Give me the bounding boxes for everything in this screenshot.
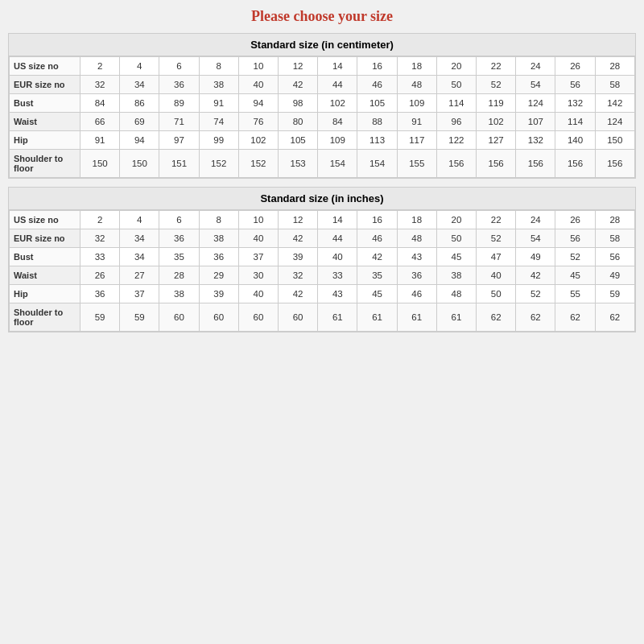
- table-cell: 47: [477, 248, 516, 266]
- table-cell: 36: [397, 266, 436, 285]
- table-cell: 150: [80, 150, 120, 178]
- table-cell: 48: [436, 285, 476, 303]
- table-cell: 44: [318, 229, 357, 248]
- table-cell: 34: [120, 248, 159, 266]
- table-row: Hip3637383940424345464850525559: [10, 285, 635, 303]
- table-cell: 12: [279, 211, 318, 229]
- table-row: Shoulder to floor59596060606061616161626…: [10, 303, 635, 332]
- table-cell: 62: [555, 303, 595, 332]
- table-cell: 42: [516, 266, 555, 285]
- table-cell: 55: [555, 285, 595, 303]
- table-cell: 113: [357, 131, 397, 150]
- table-cell: 39: [279, 248, 318, 266]
- table-cell: 34: [120, 229, 159, 248]
- row-label: US size no: [10, 211, 80, 229]
- table-cell: 37: [120, 285, 159, 303]
- table-cell: 43: [318, 285, 357, 303]
- table-cell: 8: [199, 57, 238, 76]
- table-cell: 84: [318, 113, 357, 131]
- table-cell: 124: [595, 113, 634, 131]
- table-row: US size no246810121416182022242628: [10, 57, 635, 76]
- row-label: EUR size no: [10, 229, 80, 248]
- table-cell: 114: [436, 94, 476, 113]
- table-cell: 52: [516, 285, 555, 303]
- table-cell: 102: [238, 131, 278, 150]
- table-cell: 86: [120, 94, 159, 113]
- table-row: Hip9194979910210510911311712212713214015…: [10, 131, 635, 150]
- table-cell: 12: [279, 57, 318, 76]
- table-cell: 26: [555, 211, 595, 229]
- table-cell: 156: [555, 150, 595, 178]
- table-cell: 36: [80, 285, 120, 303]
- table-row: Waist2627282930323335363840424549: [10, 266, 635, 285]
- table-cell: 156: [436, 150, 476, 178]
- table-cell: 18: [397, 57, 436, 76]
- table-cell: 150: [595, 131, 634, 150]
- table-cell: 40: [477, 266, 516, 285]
- table-cell: 29: [199, 266, 238, 285]
- table-cell: 60: [238, 303, 278, 332]
- table-cell: 156: [516, 150, 555, 178]
- table-cell: 153: [279, 150, 318, 178]
- table-cell: 60: [279, 303, 318, 332]
- table-cell: 35: [159, 248, 199, 266]
- table-cell: 40: [238, 76, 278, 94]
- table-cell: 39: [199, 285, 238, 303]
- table-cell: 66: [80, 113, 120, 131]
- table-cell: 4: [120, 57, 159, 76]
- table-cell: 156: [595, 150, 634, 178]
- table-cell: 18: [397, 211, 436, 229]
- table-cell: 59: [80, 303, 120, 332]
- table-cell: 61: [436, 303, 476, 332]
- table-cell: 2: [80, 57, 120, 76]
- table-cell: 42: [279, 229, 318, 248]
- table-cell: 45: [436, 248, 476, 266]
- table-cell: 99: [199, 131, 238, 150]
- table-cell: 91: [199, 94, 238, 113]
- table-cell: 34: [120, 76, 159, 94]
- row-label: Bust: [10, 94, 80, 113]
- table-cell: 151: [159, 150, 199, 178]
- table-cell: 122: [436, 131, 476, 150]
- table-cell: 56: [595, 248, 634, 266]
- table-cell: 91: [397, 113, 436, 131]
- table-cell: 105: [279, 131, 318, 150]
- table-cell: 88: [357, 113, 397, 131]
- table-cell: 35: [357, 266, 397, 285]
- row-label: Waist: [10, 266, 80, 285]
- table-cell: 27: [120, 266, 159, 285]
- table-cell: 45: [555, 266, 595, 285]
- table-cell: 40: [238, 285, 278, 303]
- row-label: Hip: [10, 131, 80, 150]
- inch-section-title: Standard size (in inches): [9, 188, 635, 210]
- table-cell: 6: [159, 57, 199, 76]
- cm-table-section: Standard size (in centimeter) US size no…: [8, 33, 636, 179]
- table-row: Bust3334353637394042434547495256: [10, 248, 635, 266]
- table-cell: 56: [555, 229, 595, 248]
- table-cell: 33: [318, 266, 357, 285]
- table-cell: 14: [318, 57, 357, 76]
- table-cell: 84: [80, 94, 120, 113]
- table-cell: 46: [357, 229, 397, 248]
- table-cell: 52: [477, 229, 516, 248]
- table-cell: 49: [516, 248, 555, 266]
- table-cell: 38: [159, 285, 199, 303]
- table-cell: 107: [516, 113, 555, 131]
- table-cell: 16: [357, 211, 397, 229]
- row-label: Hip: [10, 285, 80, 303]
- row-label: Shoulder to floor: [10, 150, 80, 178]
- table-cell: 132: [516, 131, 555, 150]
- table-cell: 50: [436, 229, 476, 248]
- inch-table-section: Standard size (in inches) US size no2468…: [8, 187, 636, 332]
- table-cell: 10: [238, 57, 278, 76]
- table-cell: 28: [595, 211, 634, 229]
- table-cell: 102: [318, 94, 357, 113]
- table-cell: 8: [199, 211, 238, 229]
- table-cell: 109: [397, 94, 436, 113]
- table-cell: 36: [199, 248, 238, 266]
- table-cell: 97: [159, 131, 199, 150]
- table-cell: 58: [595, 229, 634, 248]
- table-cell: 42: [279, 285, 318, 303]
- table-cell: 46: [397, 285, 436, 303]
- table-cell: 45: [357, 285, 397, 303]
